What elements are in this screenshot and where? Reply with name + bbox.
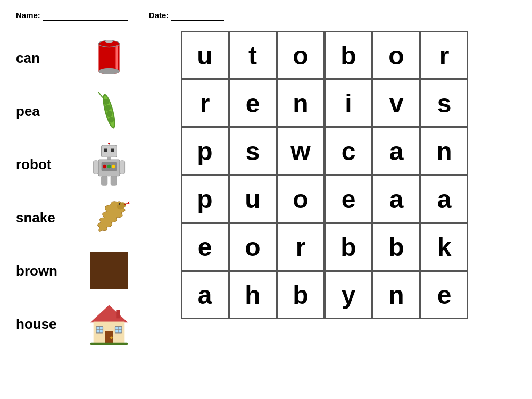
svg-point-5 (98, 68, 119, 74)
svg-rect-17 (111, 148, 114, 152)
grid-cell-3-2[interactable]: o (277, 175, 325, 223)
date-label: Date: (149, 11, 169, 20)
svg-rect-35 (90, 252, 128, 289)
grid-cell-0-5[interactable]: r (420, 31, 468, 79)
word-list: can (16, 31, 165, 351)
grid-cell-4-4[interactable]: b (372, 223, 420, 271)
grid-cell-3-0[interactable]: p (181, 175, 229, 223)
image-brown (80, 247, 138, 295)
image-snake (80, 194, 138, 242)
word-pea: pea (16, 103, 80, 120)
image-can (80, 34, 138, 82)
grid-cell-3-1[interactable]: u (229, 175, 277, 223)
svg-marker-36 (90, 305, 128, 322)
word-row-house: house (16, 297, 165, 351)
svg-point-12 (106, 111, 112, 117)
grid-cell-5-0[interactable]: a (181, 271, 229, 319)
grid-cell-0-0[interactable]: u (181, 31, 229, 79)
grid-cell-5-3[interactable]: y (325, 271, 372, 319)
grid-cell-4-5[interactable]: k (420, 223, 468, 271)
svg-line-34 (128, 203, 130, 204)
grid-cell-0-3[interactable]: b (325, 31, 372, 79)
grid-cell-3-5[interactable]: a (420, 175, 468, 223)
grid-cell-5-1[interactable]: h (229, 271, 277, 319)
svg-line-14 (98, 92, 103, 97)
svg-rect-37 (116, 310, 120, 318)
svg-point-40 (110, 337, 112, 339)
grid-cell-0-2[interactable]: o (277, 31, 325, 79)
grid-cell-1-2[interactable]: n (277, 79, 325, 127)
svg-rect-26 (93, 161, 98, 174)
main-content: can (16, 31, 516, 351)
date-line[interactable] (171, 11, 224, 21)
svg-rect-28 (102, 176, 107, 186)
svg-rect-16 (104, 148, 107, 152)
name-field: Name: (16, 11, 128, 21)
grid-cell-4-3[interactable]: b (325, 223, 372, 271)
svg-point-24 (107, 165, 111, 168)
word-row-brown: brown (16, 244, 165, 297)
grid-cell-4-0[interactable]: e (181, 223, 229, 271)
svg-point-25 (112, 165, 115, 168)
word-row-can: can (16, 31, 165, 85)
name-line[interactable] (43, 11, 128, 21)
grid-cell-2-2[interactable]: w (277, 127, 325, 175)
grid-cell-1-1[interactable]: e (229, 79, 277, 127)
svg-rect-7 (107, 40, 111, 42)
svg-rect-27 (120, 161, 125, 174)
image-robot (80, 140, 138, 188)
word-brown: brown (16, 263, 80, 279)
grid-cell-5-2[interactable]: b (277, 271, 325, 319)
grid-cell-3-4[interactable]: a (372, 175, 420, 223)
grid-cell-2-3[interactable]: c (325, 127, 372, 175)
svg-point-19 (108, 143, 110, 144)
grid-cell-0-4[interactable]: o (372, 31, 420, 79)
image-pea (80, 87, 138, 135)
grid-cell-1-3[interactable]: i (325, 79, 372, 127)
grid-cell-4-1[interactable]: o (229, 223, 277, 271)
svg-rect-20 (107, 157, 111, 160)
grid-cell-4-2[interactable]: r (277, 223, 325, 271)
word-can: can (16, 50, 80, 66)
grid-cell-1-4[interactable]: v (372, 79, 420, 127)
svg-rect-47 (90, 343, 128, 345)
word-row-robot: robot (16, 138, 165, 191)
date-field: Date: (149, 11, 225, 21)
name-label: Name: (16, 11, 40, 20)
grid-cell-1-0[interactable]: r (181, 79, 229, 127)
grid-cell-3-3[interactable]: e (325, 175, 372, 223)
word-row-pea: pea (16, 85, 165, 138)
grid-cell-2-4[interactable]: a (372, 127, 420, 175)
grid-cell-2-0[interactable]: p (181, 127, 229, 175)
grid-cell-0-1[interactable]: t (229, 31, 277, 79)
header: Name: Date: (16, 11, 516, 21)
grid-cell-1-5[interactable]: s (420, 79, 468, 127)
svg-rect-3 (115, 45, 118, 69)
word-robot: robot (16, 156, 80, 173)
svg-rect-15 (102, 145, 117, 157)
grid-cell-5-5[interactable]: e (420, 271, 468, 319)
word-row-snake: snake (16, 191, 165, 244)
word-snake: snake (16, 210, 80, 226)
svg-point-31 (119, 203, 121, 205)
grid-cell-5-4[interactable]: n (372, 271, 420, 319)
word-search-grid: utoborrenivspswcanpuoeaaeorbbkahbyne (181, 31, 516, 319)
word-house: house (16, 316, 80, 332)
svg-point-10 (103, 99, 109, 105)
svg-point-23 (103, 165, 106, 168)
page: Name: Date: can (0, 0, 532, 399)
image-house (80, 300, 138, 348)
svg-point-11 (105, 105, 111, 111)
grid-cell-2-1[interactable]: s (229, 127, 277, 175)
grid-cell-2-5[interactable]: n (420, 127, 468, 175)
svg-rect-29 (111, 176, 117, 186)
svg-point-13 (108, 117, 114, 122)
